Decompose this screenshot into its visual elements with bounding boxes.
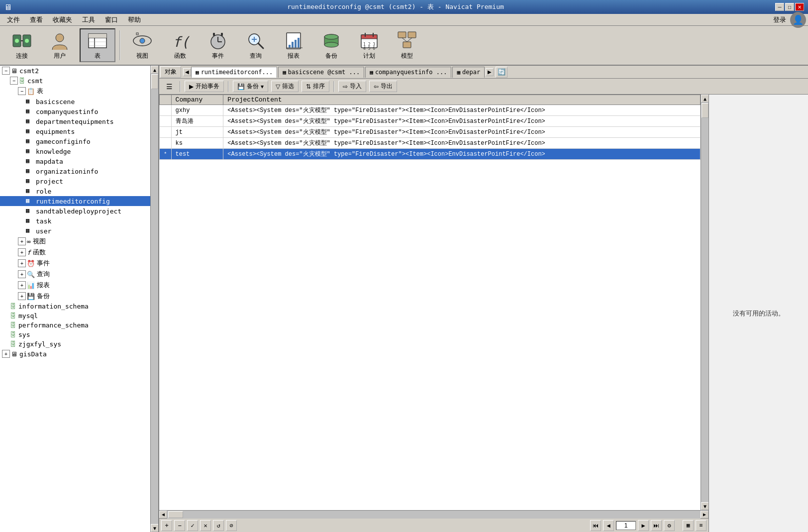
sidebar-group-reports[interactable]: + 📊 报表 [0,280,150,291]
hscroll-left[interactable]: ◀ [159,511,167,519]
tab-object-button[interactable]: 对象 [160,66,181,78]
cell-company-3[interactable]: jt [171,127,223,138]
col-header-projectcontent[interactable]: ProjectContent [223,95,701,105]
sidebar-table-gameconfiginfo[interactable]: ▦ gameconfiginfo [0,136,150,146]
sidebar-table-task[interactable]: ▦ task [0,216,150,226]
sidebar-db-performance-schema[interactable]: 🗄 performance_schema [0,320,150,330]
sidebar-group-queries[interactable]: + 🔍 查询 [0,269,150,280]
sidebar-table-project[interactable]: ▦ project [0,176,150,186]
col-header-company[interactable]: Company [171,95,223,105]
login-label[interactable]: 登录 [773,15,786,24]
sidebar-scroll-track[interactable] [151,74,158,524]
refresh-record-button[interactable]: ↺ [213,520,224,531]
toolbar-schedule[interactable]: 1 2 3 4 5 6 计划 [351,28,387,62]
reports-expand[interactable]: + [18,281,26,289]
hscroll-track[interactable] [167,511,701,519]
sidebar-table-basicscene[interactable]: ▦ basicscene [0,97,150,106]
menu-tools[interactable]: 工具 [77,14,100,25]
toolbar-connect[interactable]: 连接 [4,28,40,62]
sidebar-item-gisdata[interactable]: + 🖥 gisData [0,349,150,359]
table-scroll-thumb[interactable] [702,103,708,118]
hamburger-menu[interactable]: ☰ [163,82,176,92]
begin-tx-button[interactable]: ▶ 开始事务 [185,81,224,92]
page-number-input[interactable] [616,521,636,530]
table-scroll-up[interactable]: ▲ [701,95,708,103]
filter-button[interactable]: ▽ 筛选 [271,81,299,92]
last-page-button[interactable]: ⏭ [651,520,662,531]
settings-button[interactable]: ⚙ [664,520,675,531]
menu-view[interactable]: 查看 [25,14,48,25]
sidebar-db-information-schema[interactable]: 🗄 information_schema [0,302,150,311]
table-row[interactable]: ks <Assets><System des="火灾模型" type="Fire… [160,138,701,149]
table-row[interactable]: gxhy <Assets><System des="火灾模型" type="Fi… [160,105,701,116]
sidebar-table-user[interactable]: ▦ user [0,226,150,236]
toolbar-model[interactable]: 模型 [389,28,425,62]
hscroll-right[interactable]: ▶ [701,511,708,519]
cancel-record-button[interactable]: ✕ [200,520,211,531]
delete-record-button[interactable]: − [174,520,185,531]
cell-content-1[interactable]: <Assets><System des="火灾模型" type="FireDis… [223,105,701,116]
sidebar-db-zjgxfyl-sys[interactable]: 🗄 zjgxfyl_sys [0,339,150,349]
tab-basicscene[interactable]: ▦ basicscene @csmt ... [278,67,364,78]
cell-content-5[interactable]: <Assets><System des="火灾模型" type="FireDis… [223,149,701,160]
cell-company-4[interactable]: ks [171,138,223,149]
tab-nav-right[interactable]: ▶ [486,68,494,76]
sidebar-scroll-down[interactable]: ▼ [151,524,158,532]
prev-page-button[interactable]: ◀ [603,520,614,531]
save-record-button[interactable]: ✓ [187,520,198,531]
cell-company-2[interactable]: 青岛港 [171,116,223,127]
gisdata-expand[interactable]: + [2,350,10,358]
next-page-button[interactable]: ▶ [638,520,649,531]
menu-window[interactable]: 窗口 [100,14,123,25]
minimize-button[interactable]: ─ [775,3,784,11]
hscroll-thumb[interactable] [168,511,183,518]
backup-button[interactable]: 💾 备份 ▾ [233,81,268,92]
table-row[interactable]: jt <Assets><System des="火灾模型" type="Fire… [160,127,701,138]
toolbar-query[interactable]: 查询 [238,28,274,62]
sidebar-table-mapdata[interactable]: ▦ mapdata [0,156,150,166]
cell-company-5[interactable]: test [171,149,223,160]
tab-companyquestinfo[interactable]: ▦ companyquestinfo ... [365,67,451,78]
toolbar-report[interactable]: 报表 [276,28,311,62]
table-scroll-down[interactable]: ▼ [701,502,708,510]
menu-file[interactable]: 文件 [2,14,25,25]
csmt2-expand[interactable]: − [2,67,10,75]
sidebar-group-funcs[interactable]: + f 函数 [0,247,150,258]
toolbar-user[interactable]: 用户 [42,28,78,62]
menu-help[interactable]: 帮助 [123,14,146,25]
sort-button[interactable]: ⇅ 排序 [302,81,329,92]
cell-company-1[interactable]: gxhy [171,105,223,116]
sidebar-group-tables[interactable]: − 📋 表 [0,86,150,97]
grid-view-button[interactable]: ▦ [683,520,694,531]
sidebar-scroll-thumb[interactable] [151,74,158,89]
sidebar-group-views[interactable]: + ∞ 视图 [0,236,150,247]
first-page-button[interactable]: ⏮ [590,520,601,531]
sidebar-group-backups[interactable]: + 💾 备份 [0,291,150,302]
stop-record-button[interactable]: ⊘ [226,520,237,531]
views-expand[interactable]: + [18,237,26,245]
sidebar-scroll-up[interactable]: ▲ [151,66,158,74]
form-view-button[interactable]: ≡ [696,520,707,531]
sidebar-table-knowledge[interactable]: ▦ knowledge [0,146,150,156]
sidebar-item-csmt2[interactable]: − 🖥 csmt2 [0,66,150,76]
maximize-button[interactable]: □ [785,3,794,11]
table-scroll-track[interactable] [701,103,708,502]
cell-content-3[interactable]: <Assets><System des="火灾模型" type="FireDis… [223,127,701,138]
tab-refresh-button[interactable]: 🔄 [496,67,507,78]
events-expand[interactable]: + [18,259,26,267]
add-record-button[interactable]: + [161,520,172,531]
queries-expand[interactable]: + [18,270,26,278]
sidebar-table-sandtabledeployproject[interactable]: ▦ sandtabledeployproject [0,206,150,216]
csmt-expand[interactable]: − [10,77,18,85]
sidebar-table-equipments[interactable]: ▦ equipments [0,126,150,136]
cell-content-2[interactable]: <Assets><System des="火灾模型" type="FireDis… [223,116,701,127]
close-button[interactable]: ✕ [795,3,804,11]
funcs-expand[interactable]: + [18,248,26,256]
table-row[interactable]: 青岛港 <Assets><System des="火灾模型" type="Fir… [160,116,701,127]
tab-depar[interactable]: ▦ depar [452,67,485,78]
tab-nav-left[interactable]: ◀ [183,68,191,76]
backups-expand[interactable]: + [18,292,26,300]
toolbar-event[interactable]: 事件 [200,28,236,62]
sidebar-table-departmentequipments[interactable]: ▦ departmentequipments [0,116,150,126]
export-button[interactable]: ⇦ 导出 [369,81,397,92]
